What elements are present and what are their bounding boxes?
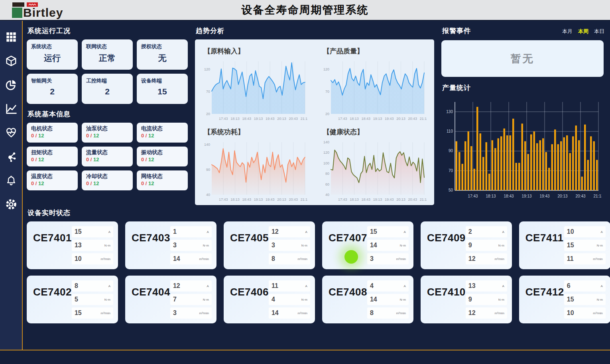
device-unit: m³/min xyxy=(297,257,307,261)
sidebar-item-cube[interactable] xyxy=(4,54,18,68)
alarm-filter-day[interactable]: 本日 xyxy=(594,28,604,35)
sidebar-item-topology[interactable] xyxy=(4,150,18,163)
system-status-title: 系统运行工况 xyxy=(28,26,188,35)
device-value: 3 xyxy=(173,242,177,249)
device-name: CE7402 xyxy=(33,286,72,319)
device-card-ce7409[interactable]: CE7409 2A 9N·m 12m³/min xyxy=(421,221,512,269)
power-line-chart: 409014017:4318:1318:4319:1319:4320:1320:… xyxy=(201,137,307,204)
info-label: 流量状态 xyxy=(86,149,128,156)
device-unit: A xyxy=(207,230,209,234)
device-unit: m³/min xyxy=(396,311,405,315)
device-unit: m³/min xyxy=(101,311,110,315)
section-devices: 设备实时状态 CE7401 15A 13N·m 10m³/min CE7403 xyxy=(27,208,604,323)
alarm-filter-week[interactable]: 本周 xyxy=(578,28,588,35)
device-unit: m³/min xyxy=(199,311,209,315)
alarm-filter-group: 本月 本周 本日 xyxy=(562,28,604,35)
svg-text:70: 70 xyxy=(449,168,453,173)
device-card-ce7401[interactable]: CE7401 15A 13N·m 10m³/min xyxy=(27,221,118,269)
device-name: CE7403 xyxy=(132,232,170,265)
info-card: 温度状态 0 / 12 xyxy=(27,170,78,190)
device-card-ce7402[interactable]: CE7402 8A 5N·m 15m³/min xyxy=(27,276,118,323)
info-card: 油泵状态 0 / 12 xyxy=(82,123,133,143)
gear-icon xyxy=(5,198,17,210)
status-card-license: 授权状态 无 xyxy=(137,39,188,70)
device-value: 12 xyxy=(173,282,180,290)
sidebar-item-pie-chart[interactable] xyxy=(4,78,18,92)
svg-text:18:43: 18:43 xyxy=(242,117,251,121)
status-card-terminal: 工控终端 2 xyxy=(82,74,133,104)
device-value: 15 xyxy=(75,309,82,317)
device-card-ce7404[interactable]: CE7404 12A 7N·m 3m³/min xyxy=(125,276,216,323)
svg-text:19:43: 19:43 xyxy=(385,117,394,121)
device-name: CE7409 xyxy=(427,232,466,265)
device-name: CE7401 xyxy=(33,232,72,265)
svg-text:19:13: 19:13 xyxy=(254,198,263,202)
device-value: 11 xyxy=(567,255,574,262)
info-card: 电机状态 0 / 12 xyxy=(27,123,78,143)
device-card-ce7410[interactable]: CE7410 13A 9N·m 12m³/min xyxy=(421,276,512,323)
count-separator: / xyxy=(144,180,148,186)
count-separator: / xyxy=(34,133,38,139)
status-card-network: 联网状态 正常 xyxy=(82,39,133,70)
status-value: 2 xyxy=(86,87,128,96)
svg-text:18:13: 18:13 xyxy=(230,117,240,121)
brand-logo: Birtley xyxy=(12,2,63,18)
sidebar-item-health[interactable] xyxy=(4,126,18,139)
svg-text:40: 40 xyxy=(325,193,329,197)
device-card-ce7406[interactable]: CE7406 11A 4N·m 14m³/min xyxy=(224,276,315,323)
device-card-ce7408[interactable]: CE7408 4A 14N·m 8m³/min xyxy=(322,276,413,323)
device-grid: CE7401 15A 13N·m 10m³/min CE7403 1A 3N·m… xyxy=(27,221,604,323)
device-unit: A xyxy=(502,230,504,234)
info-label: 电流状态 xyxy=(141,125,183,132)
device-value: 14 xyxy=(272,309,279,317)
device-unit: N·m xyxy=(301,244,307,247)
svg-text:110: 110 xyxy=(447,129,453,133)
logo-dark-square xyxy=(12,2,24,7)
device-unit: m³/min xyxy=(593,257,602,261)
status-card-gateway: 智能网关 2 xyxy=(27,74,78,104)
device-card-ce7407[interactable]: CE7407 15A 14N·m 3m³/min xyxy=(322,221,413,269)
info-card: 扭矩状态 0 / 12 xyxy=(27,147,78,166)
svg-text:90: 90 xyxy=(449,149,453,153)
svg-text:18:13: 18:13 xyxy=(350,198,359,202)
svg-text:40: 40 xyxy=(206,193,210,197)
total-count: 12 xyxy=(38,180,44,186)
device-unit: A xyxy=(305,230,307,234)
device-value: 15 xyxy=(567,296,574,303)
alarm-filter-month[interactable]: 本月 xyxy=(562,28,573,35)
device-unit: N·m xyxy=(400,298,406,301)
device-value: 7 xyxy=(173,296,177,303)
count-separator: / xyxy=(89,157,93,162)
svg-text:21:13: 21:13 xyxy=(301,198,307,202)
system-status-grid: 系统状态 运行 联网状态 正常 授权状态 无 智能网关 xyxy=(27,39,188,104)
sidebar-item-bell[interactable] xyxy=(4,174,18,187)
sidebar-item-line-chart[interactable] xyxy=(4,102,18,115)
device-card-ce7403[interactable]: CE7403 1A 3N·m 14m³/min xyxy=(125,221,216,269)
total-count: 12 xyxy=(148,133,154,139)
device-card-ce7405[interactable]: CE7405 12A 3N·m 8m³/min xyxy=(224,221,315,269)
chart-raw-input: 【原料输入】 207012017:4318:1318:4319:1319:432… xyxy=(201,43,309,124)
svg-text:80: 80 xyxy=(325,172,329,176)
health-line-chart: 40608010012014017:4318:1318:4319:1319:43… xyxy=(320,137,427,204)
topology-icon xyxy=(5,151,17,162)
device-unit: A xyxy=(305,284,307,288)
status-value: 无 xyxy=(141,53,183,64)
device-value: 4 xyxy=(272,296,275,303)
svg-text:18:13: 18:13 xyxy=(486,194,496,198)
svg-text:20:13: 20:13 xyxy=(396,198,405,202)
section-alarm-production: 报警事件 本月 本周 本日 暂无 产量统计 50709011013017:431… xyxy=(441,23,604,205)
svg-text:17:43: 17:43 xyxy=(219,117,228,121)
info-card: 冷却状态 0 / 12 xyxy=(82,170,133,190)
device-value: 8 xyxy=(272,255,275,262)
sidebar-item-grid[interactable] xyxy=(4,30,18,44)
device-card-ce7412[interactable]: CE7412 6A 15N·m 10m³/min xyxy=(519,276,610,323)
sidebar-item-settings[interactable] xyxy=(4,198,18,211)
device-unit: A xyxy=(600,284,602,288)
status-label: 智能网关 xyxy=(31,77,73,84)
device-card-ce7411[interactable]: CE7411 10A 15N·m 11m³/min xyxy=(519,221,610,269)
svg-text:19:43: 19:43 xyxy=(266,198,275,202)
svg-text:20:43: 20:43 xyxy=(575,194,585,198)
device-value: 8 xyxy=(75,282,78,290)
dashboard-page: Birtley 设备全寿命周期管理系统 xyxy=(0,0,610,364)
logo-green-square xyxy=(12,8,22,18)
